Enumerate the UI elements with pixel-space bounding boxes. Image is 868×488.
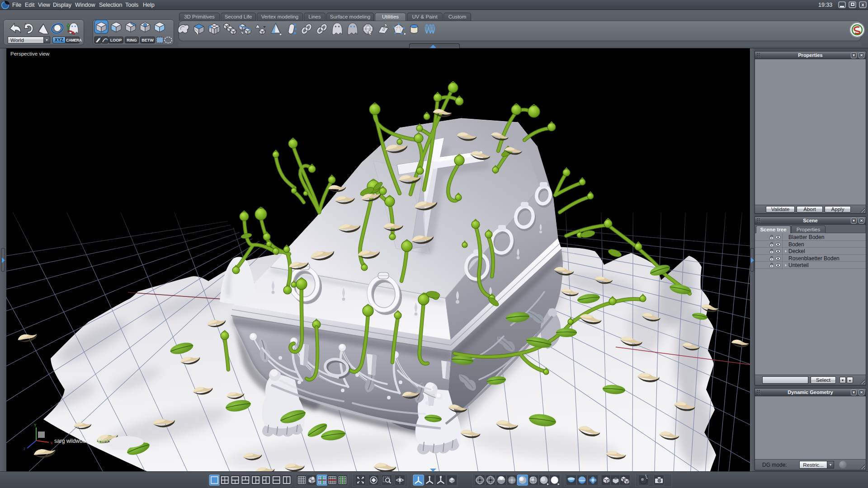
svg-text:Y: Y bbox=[34, 423, 37, 427]
svg-text:Perspective view: Perspective view bbox=[10, 51, 50, 56]
svg-text:z: z bbox=[24, 446, 25, 451]
svg-text:sarg wildwuchs frühling k: sarg wildwuchs frühling k bbox=[54, 438, 115, 444]
